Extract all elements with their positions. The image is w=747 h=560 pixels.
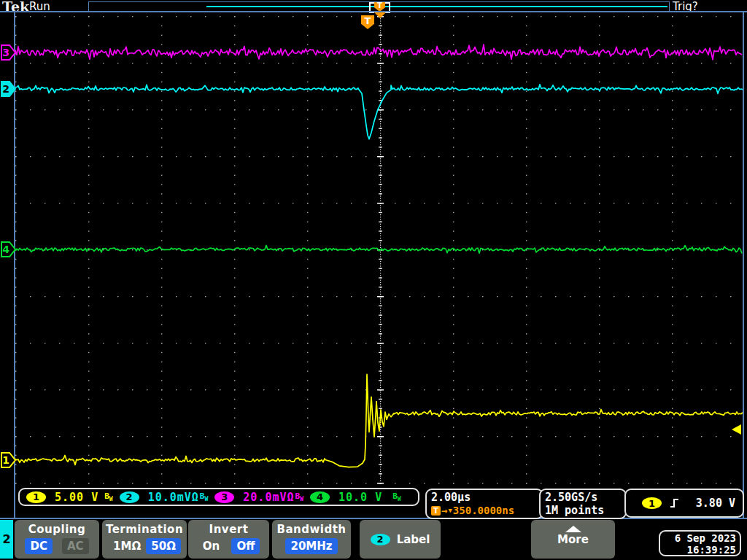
termination-button[interactable]: Termination 1MΩ 50Ω [102,520,187,559]
timebase-scale: 2.00µs [431,491,538,504]
coupling-title: Coupling [15,523,99,536]
coupling-dc-option[interactable]: DC [25,538,52,554]
ch2-readout: 2 10.0mV Ω BW [120,491,209,504]
ch4-position-marker[interactable]: 4 [1,241,17,258]
svg-text:2: 2 [2,83,9,95]
oscilloscope-screen: Tek Run T Trig? 3241 T 1 5.00 V BW 2 10.… [0,0,747,560]
ch3-trace [15,44,742,60]
coupling-button[interactable]: Coupling DC AC [15,520,99,559]
ch1-bandwidth-limit-icon: BW [104,491,112,502]
ch3-scale: 20.0mV [243,491,287,504]
ch3-badge: 3 [214,491,234,503]
ch1-readout: 1 5.00 V BW [26,491,113,504]
sample-rate: 2.50GS/s [545,491,621,504]
ch2-scale: 10.0mV [148,491,192,504]
label-button[interactable]: 2 Label [360,520,441,559]
more-up-triangle-icon [565,526,581,532]
more-button[interactable]: More [531,520,615,559]
ch4-badge: 4 [310,491,330,503]
acquisition-readout-box: 2.50GS/s 1M points [539,489,627,519]
termination-title: Termination [102,523,187,536]
delay-value: 350.0000ns [453,505,514,516]
frame-bottom-line [0,518,747,519]
record-waveform-line [206,6,667,7]
bandwidth-20mhz-option[interactable]: 20MHz [285,538,337,554]
ch1-position-marker[interactable]: 1 [1,451,17,469]
invert-on-option[interactable]: On [198,538,225,554]
trigger-slope-icon [669,497,681,510]
ch3-readout: 3 20.0mV Ω BW [214,491,303,504]
invert-off-option[interactable]: Off [231,538,260,554]
trigger-source-badge: 1 [642,497,662,509]
ch1-scale: 5.00 V [55,491,98,504]
ch3-position-marker[interactable]: 3 [1,44,17,61]
trigger-readout-box: 1 3.80 V [624,489,744,518]
trigger-level: 3.80 V [696,497,735,510]
coupling-ac-option[interactable]: AC [62,538,89,554]
termination-1m-option[interactable]: 1MΩ [108,538,146,554]
ch3-impedance: Ω [287,491,295,504]
delay-trigger-icon: T [431,506,441,516]
time-text: 16:39:25 [660,544,736,556]
svg-text:3: 3 [2,47,9,58]
record-length: 1M points [545,504,621,517]
ch4-scale: 10.0 V [338,491,382,504]
bandwidth-title: Bandwidth [272,523,351,536]
ch2-trace [15,85,743,139]
invert-button[interactable]: Invert On Off [188,520,269,559]
ch4-bandwidth-limit-icon: BW [392,491,400,502]
ch2-impedance: Ω [192,491,199,504]
ch1-trace [15,374,743,467]
trigger-position-caret-icon[interactable] [374,12,386,18]
label-channel-badge: 2 [371,534,390,545]
invert-title: Invert [188,523,269,536]
datetime-box: 6 Sep 2023 16:39:25 [659,530,741,556]
trigger-delay-readout: T→▼350.0000ns [431,505,538,516]
channel-readouts-box: 1 5.00 V BW 2 10.0mV Ω BW 3 20.0mV Ω BW … [18,488,419,506]
waveform-display [15,12,743,518]
menu-channel-tab[interactable]: 2 [0,520,13,559]
date-text: 6 Sep 2023 [660,532,736,544]
ch2-bandwidth-limit-icon: BW [200,491,208,502]
termination-50-option[interactable]: 50Ω [146,538,181,554]
record-view-bar: T [88,1,670,12]
svg-text:1: 1 [2,454,9,466]
frame-right-line [743,11,744,519]
ch2-position-marker[interactable]: 2 [1,80,17,98]
label-title: Label [397,533,430,546]
svg-text:4: 4 [2,244,9,255]
ch3-bandwidth-limit-icon: BW [295,491,303,502]
ch2-badge: 2 [120,491,139,503]
bandwidth-button[interactable]: Bandwidth 20MHz [272,520,351,559]
more-title: More [531,533,615,546]
timebase-readout-box: 2.00µs T→▼350.0000ns [425,489,543,519]
trigger-level-arrow-icon[interactable] [732,424,741,435]
ch4-readout: 4 10.0 V BW [310,491,401,504]
ch1-badge: 1 [26,491,46,503]
